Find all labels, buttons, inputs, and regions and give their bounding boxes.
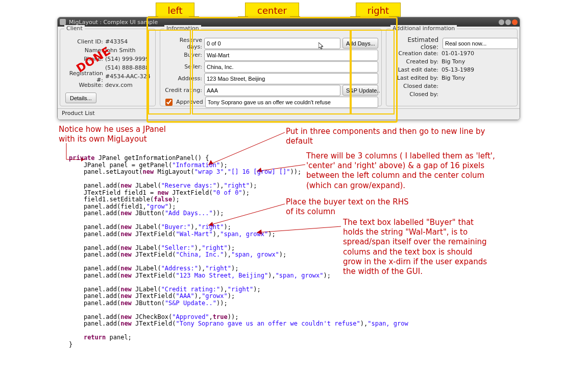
credit-label: Credit rating: [163,87,202,94]
lastedit-label: Last edit date: [389,66,442,73]
address-input[interactable] [204,73,378,84]
creationdate-label: Creation date: [389,50,442,57]
lastedit-value: 05-13-1989 [442,66,474,73]
client-phone-value: (514) 999-9999 [105,56,149,62]
client-panel: Client Client ID:#43354 Name:John Smith … [60,29,156,106]
closeddate-label: Closed date: [389,83,442,89]
estclose-label: Estimated close: [389,36,440,51]
reserve-label: Reserve days: [163,37,202,50]
details-button[interactable]: Details... [65,93,96,103]
lasteditby-label: Last edited by: [389,75,442,81]
client-phone2-value: (514) 888-8888 [105,64,149,71]
adddays-button[interactable]: Add Days... [342,38,378,49]
approved-note-input[interactable] [205,97,378,108]
information-panel: Information Reserve days: Add Days... Bu… [160,29,382,106]
creationdate-value: 01-01-1970 [442,50,474,57]
product-list-caption: Product List [58,108,520,120]
lasteditby-value: Big Tony [442,75,465,81]
seller-label: Seller: [163,63,202,70]
buyer-label: Buyer: [163,52,202,58]
sp-update-button[interactable]: S&P Update.. [342,85,378,96]
java-icon [60,19,66,25]
annotation-wrap3: Put in three components and then go to n… [286,127,505,146]
address-label: Address: [163,75,202,82]
credit-input[interactable] [204,85,340,96]
window-title: MigLayout : Complex UI sample [69,19,158,26]
information-caption: Information [164,25,201,32]
approved-cell: Approved [163,97,203,107]
createdby-label: Created by: [389,58,442,65]
client-id-label: Client ID: [63,38,105,45]
reserve-input[interactable] [204,38,340,49]
estclose-input[interactable] [443,38,518,49]
minimize-icon[interactable] [499,19,504,25]
approved-checkbox[interactable] [165,99,173,106]
seller-input[interactable] [204,61,378,73]
app-window: MigLayout : Complex UI sample Client Cli… [57,17,520,120]
createdby-value: Big Tony [442,58,465,65]
code-snippet: private JPanel getInformationPanel() { J… [69,155,408,348]
client-site-label: Website: [63,82,105,88]
client-site-value: devx.com [105,82,133,88]
buyer-input[interactable] [204,50,378,61]
client-caption: Client [64,25,85,32]
additional-caption: Additional information [390,25,457,32]
additional-panel: Additional information Estimated close: … [386,29,518,106]
approved-label: Approved [176,99,203,105]
maximize-icon[interactable] [505,19,511,25]
client-id-value: #43354 [105,38,128,45]
close-icon[interactable] [512,19,518,25]
closedby-label: Closed by: [389,91,442,98]
client-reg-value: #4534-AAC-324 [105,73,151,80]
annotation-jpanel: Notice how he uses a JPanel with its own… [59,125,212,144]
